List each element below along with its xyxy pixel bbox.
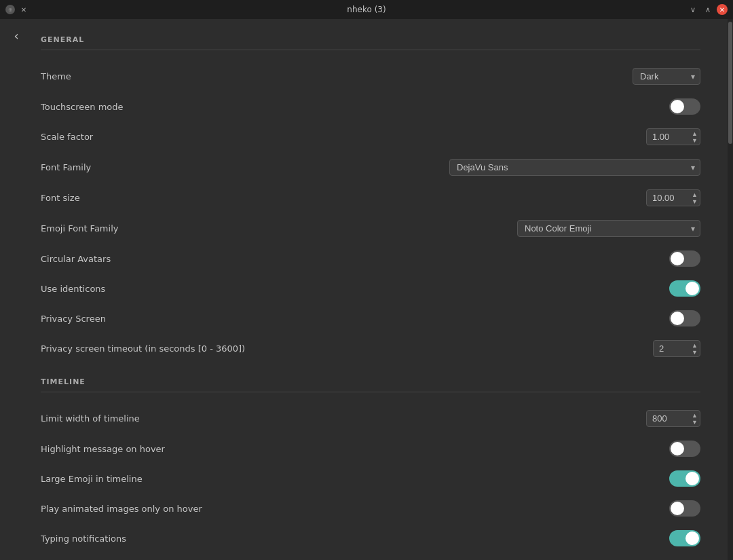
minimize-button[interactable]: ∨ (687, 3, 699, 16)
setting-label-emoji-font-family: Emoji Font Family (41, 223, 118, 234)
setting-row-typing-notifications: Typing notifications (41, 523, 700, 553)
toggle-knob-touchscreen-mode (671, 100, 684, 113)
toggle-highlight-message-hover[interactable] (669, 441, 700, 457)
spinner-privacy-screen-timeout: ▲▼ (690, 342, 699, 356)
select-wrapper-font-family: DejaVu SansArialHelveticaLiberation Sans (449, 159, 700, 176)
main-container: ‹ GENERALThemeDarkLightSystemTouchscreen… (0, 19, 733, 560)
setting-label-play-animated-images: Play animated images only on hover (41, 504, 202, 514)
setting-row-large-emoji-timeline: Large Emoji in timeline (41, 464, 700, 493)
setting-label-circular-avatars: Circular Avatars (41, 254, 111, 264)
spinner-up-scale-factor[interactable]: ▲ (690, 130, 699, 137)
toggle-knob-play-animated-images (671, 502, 684, 515)
setting-row-limit-width-timeline: Limit width of timeline▲▼ (41, 403, 700, 434)
app-icon-1: ⊕ (5, 5, 15, 14)
setting-label-scale-factor: Scale factor (41, 132, 93, 142)
setting-label-theme: Theme (41, 71, 71, 81)
spinner-scale-factor: ▲▼ (690, 130, 699, 144)
toggle-play-animated-images[interactable] (669, 500, 700, 517)
toggle-typing-notifications[interactable] (669, 530, 700, 546)
scrollbar-track[interactable] (728, 19, 733, 560)
back-button[interactable]: ‹ (7, 26, 26, 45)
toggle-knob-privacy-screen (671, 312, 684, 325)
toggle-use-identicons[interactable] (669, 280, 700, 297)
spinner-limit-width-timeline: ▲▼ (690, 412, 699, 426)
back-area: ‹ (0, 19, 34, 560)
toggle-knob-highlight-message-hover (671, 442, 684, 455)
section-divider-general (41, 50, 700, 50)
number-wrapper-limit-width-timeline: ▲▼ (646, 410, 700, 427)
setting-label-privacy-screen-timeout: Privacy screen timeout (in seconds [0 - … (41, 343, 245, 354)
select-emoji-font-family[interactable]: Noto Color EmojiTwemojiEmojiOne (517, 220, 700, 237)
spinner-down-privacy-screen-timeout[interactable]: ▼ (690, 349, 699, 356)
content-area: GENERALThemeDarkLightSystemTouchscreen m… (34, 19, 728, 560)
setting-label-font-family: Font Family (41, 162, 91, 172)
setting-label-typing-notifications: Typing notifications (41, 534, 126, 544)
window-title: nheko (3) (347, 5, 386, 14)
toggle-circular-avatars[interactable] (669, 250, 700, 267)
toggle-knob-use-identicons (685, 282, 699, 295)
spinner-down-font-size[interactable]: ▼ (690, 198, 699, 205)
section-header-general: GENERAL (41, 35, 700, 44)
spinner-up-limit-width-timeline[interactable]: ▲ (690, 412, 699, 419)
spinner-up-font-size[interactable]: ▲ (690, 191, 699, 198)
title-bar-right-icons: ∨ ∧ ✕ (687, 3, 728, 16)
setting-label-font-size: Font size (41, 193, 80, 203)
setting-row-font-family: Font FamilyDejaVu SansArialHelveticaLibe… (41, 152, 700, 183)
setting-row-privacy-screen: Privacy Screen (41, 303, 700, 333)
toggle-knob-circular-avatars (671, 252, 684, 265)
title-bar-left-icons: ⊕ ✕ (5, 5, 29, 14)
setting-row-theme: ThemeDarkLightSystem (41, 61, 700, 92)
select-theme[interactable]: DarkLightSystem (633, 68, 700, 85)
spinner-up-privacy-screen-timeout[interactable]: ▲ (690, 342, 699, 349)
spinner-font-size: ▲▼ (690, 191, 699, 205)
spinner-down-limit-width-timeline[interactable]: ▼ (690, 419, 699, 426)
section-header-timeline: TIMELINE (41, 377, 700, 386)
setting-label-large-emoji-timeline: Large Emoji in timeline (41, 474, 143, 484)
scrollbar-thumb[interactable] (728, 22, 732, 144)
toggle-large-emoji-timeline[interactable] (669, 470, 700, 487)
maximize-button[interactable]: ∧ (702, 3, 714, 16)
toggle-knob-large-emoji-timeline (685, 472, 699, 485)
number-wrapper-font-size: ▲▼ (646, 189, 700, 206)
setting-label-limit-width-timeline: Limit width of timeline (41, 413, 140, 424)
setting-row-scale-factor: Scale factor▲▼ (41, 122, 700, 152)
select-wrapper-theme: DarkLightSystem (633, 68, 700, 85)
toggle-privacy-screen[interactable] (669, 310, 700, 326)
section-divider-timeline (41, 392, 700, 392)
setting-row-privacy-screen-timeout: Privacy screen timeout (in seconds [0 - … (41, 333, 700, 364)
select-wrapper-emoji-font-family: Noto Color EmojiTwemojiEmojiOne (517, 220, 700, 237)
setting-row-touchscreen-mode: Touchscreen mode (41, 92, 700, 122)
app-icon-2: ✕ (19, 5, 29, 14)
number-wrapper-scale-factor: ▲▼ (646, 128, 700, 145)
setting-label-highlight-message-hover: Highlight message on hover (41, 444, 165, 454)
setting-label-use-identicons: Use identicons (41, 284, 105, 294)
setting-label-touchscreen-mode: Touchscreen mode (41, 102, 124, 112)
setting-row-play-animated-images: Play animated images only on hover (41, 493, 700, 523)
setting-row-read-receipts: Read receipts (41, 553, 700, 560)
setting-row-highlight-message-hover: Highlight message on hover (41, 434, 700, 464)
spinner-down-scale-factor[interactable]: ▼ (690, 137, 699, 144)
setting-row-font-size: Font size▲▼ (41, 183, 700, 213)
toggle-touchscreen-mode[interactable] (669, 98, 700, 115)
setting-row-circular-avatars: Circular Avatars (41, 244, 700, 274)
select-font-family[interactable]: DejaVu SansArialHelveticaLiberation Sans (449, 159, 700, 176)
close-button[interactable]: ✕ (717, 4, 728, 15)
toggle-knob-typing-notifications (685, 531, 699, 545)
number-wrapper-privacy-screen-timeout: ▲▼ (653, 340, 700, 357)
setting-row-emoji-font-family: Emoji Font FamilyNoto Color EmojiTwemoji… (41, 213, 700, 244)
title-bar: ⊕ ✕ nheko (3) ∨ ∧ ✕ (0, 0, 733, 19)
setting-label-privacy-screen: Privacy Screen (41, 314, 106, 324)
setting-row-use-identicons: Use identicons (41, 274, 700, 303)
